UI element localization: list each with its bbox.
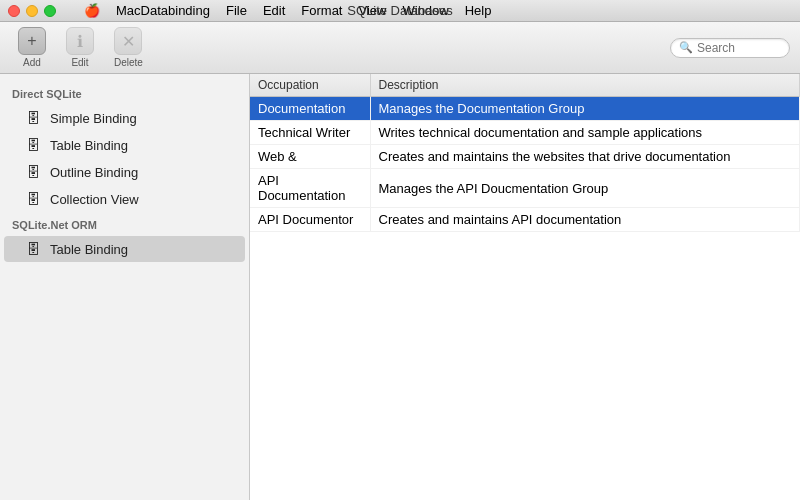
menu-app[interactable]: MacDatabinding	[108, 3, 218, 18]
cell-description: Manages the API Doucmentation Group	[370, 169, 800, 208]
close-button[interactable]	[8, 5, 20, 17]
table-binding-orm-label: Table Binding	[50, 242, 128, 257]
sidebar: Direct SQLite 🗄 Simple Binding 🗄 Table B…	[0, 74, 250, 500]
table-row[interactable]: API DocumentationManages the API Doucmen…	[250, 169, 800, 208]
main-layout: Direct SQLite 🗄 Simple Binding 🗄 Table B…	[0, 74, 800, 500]
cell-description: Writes technical documentation and sampl…	[370, 121, 800, 145]
delete-label: Delete	[114, 57, 143, 68]
menu-apple[interactable]: 🍎	[76, 3, 108, 18]
cell-occupation: Web &	[250, 145, 370, 169]
table-binding-label: Table Binding	[50, 138, 128, 153]
menu-edit[interactable]: Edit	[255, 3, 293, 18]
sidebar-section-direct: Direct SQLite	[0, 82, 249, 104]
sidebar-section-orm: SQLite.Net ORM	[0, 213, 249, 235]
delete-button[interactable]: ✕ Delete	[106, 23, 151, 72]
cell-occupation: API Documentor	[250, 208, 370, 232]
table-body: DocumentationManages the Documentation G…	[250, 97, 800, 232]
toolbar-buttons: + Add ℹ Edit ✕ Delete	[10, 23, 151, 72]
menu-help[interactable]: Help	[457, 3, 500, 18]
collection-view-icon: 🗄	[24, 190, 42, 208]
traffic-lights	[0, 5, 64, 17]
search-input[interactable]	[697, 41, 782, 55]
title-bar: 🍎 MacDatabinding File Edit Format View W…	[0, 0, 800, 22]
sidebar-item-simple-binding[interactable]: 🗄 Simple Binding	[4, 105, 245, 131]
outline-binding-label: Outline Binding	[50, 165, 138, 180]
search-icon: 🔍	[679, 41, 693, 54]
add-button[interactable]: + Add	[10, 23, 54, 72]
table-row[interactable]: Technical WriterWrites technical documen…	[250, 121, 800, 145]
maximize-button[interactable]	[44, 5, 56, 17]
table-row[interactable]: DocumentationManages the Documentation G…	[250, 97, 800, 121]
table-row[interactable]: Web &Creates and maintains the websites …	[250, 145, 800, 169]
col-header-occupation: Occupation	[250, 74, 370, 97]
edit-icon: ℹ	[66, 27, 94, 55]
table-container[interactable]: Occupation Description DocumentationMana…	[250, 74, 800, 500]
cell-description: Creates and maintains API documentation	[370, 208, 800, 232]
menu-file[interactable]: File	[218, 3, 255, 18]
cell-description: Creates and maintains the websites that …	[370, 145, 800, 169]
menu-format[interactable]: Format	[293, 3, 350, 18]
cell-occupation: API Documentation	[250, 169, 370, 208]
table-row[interactable]: API DocumentorCreates and maintains API …	[250, 208, 800, 232]
sidebar-item-collection-view[interactable]: 🗄 Collection View	[4, 186, 245, 212]
minimize-button[interactable]	[26, 5, 38, 17]
simple-binding-icon: 🗄	[24, 109, 42, 127]
cell-occupation: Technical Writer	[250, 121, 370, 145]
table-header-row: Occupation Description	[250, 74, 800, 97]
content-area: Occupation Description DocumentationMana…	[250, 74, 800, 500]
outline-binding-icon: 🗄	[24, 163, 42, 181]
search-box[interactable]: 🔍	[670, 38, 790, 58]
add-icon: +	[18, 27, 46, 55]
col-header-description: Description	[370, 74, 800, 97]
edit-button[interactable]: ℹ Edit	[58, 23, 102, 72]
add-label: Add	[23, 57, 41, 68]
edit-label: Edit	[71, 57, 88, 68]
data-table: Occupation Description DocumentationMana…	[250, 74, 800, 232]
cell-occupation: Documentation	[250, 97, 370, 121]
table-binding-icon: 🗄	[24, 136, 42, 154]
cell-description: Manages the Documentation Group	[370, 97, 800, 121]
sidebar-item-table-binding-orm[interactable]: 🗄 Table Binding	[4, 236, 245, 262]
sidebar-item-outline-binding[interactable]: 🗄 Outline Binding	[4, 159, 245, 185]
table-binding-orm-icon: 🗄	[24, 240, 42, 258]
window-title: SQLite Databases	[347, 3, 453, 18]
delete-icon: ✕	[114, 27, 142, 55]
collection-view-label: Collection View	[50, 192, 139, 207]
toolbar: + Add ℹ Edit ✕ Delete 🔍	[0, 22, 800, 74]
simple-binding-label: Simple Binding	[50, 111, 137, 126]
sidebar-item-table-binding[interactable]: 🗄 Table Binding	[4, 132, 245, 158]
